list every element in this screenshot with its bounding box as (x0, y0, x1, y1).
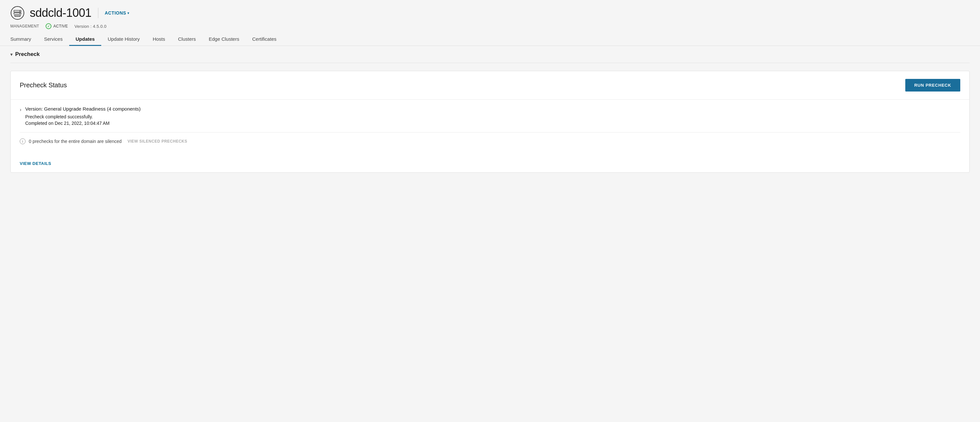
server-icon (10, 6, 25, 20)
actions-button[interactable]: ACTIONS ▾ (105, 10, 129, 16)
svg-point-3 (19, 11, 20, 11)
tab-services[interactable]: Services (38, 33, 69, 46)
upgrade-completed-msg: Completed on Dec 21, 2022, 10:04:47 AM (25, 121, 960, 126)
tab-certificates[interactable]: Certificates (246, 33, 283, 46)
precheck-card: Precheck Status RUN PRECHECK › Version: … (10, 71, 970, 173)
tab-hosts[interactable]: Hosts (146, 33, 172, 46)
collapse-chevron-icon: ▾ (10, 52, 13, 57)
management-label: MANAGEMENT (10, 24, 39, 29)
precheck-section-label: Precheck (15, 51, 40, 57)
precheck-card-header: Precheck Status RUN PRECHECK (11, 71, 969, 99)
tab-update-history[interactable]: Update History (101, 33, 146, 46)
tabs-nav: Summary Services Updates Update History … (0, 33, 980, 46)
precheck-collapse-bar[interactable]: ▾ Precheck (10, 46, 970, 63)
silenced-count-text: 0 prechecks for the entire domain are si… (29, 139, 122, 144)
chevron-down-icon: ▾ (127, 11, 129, 15)
tab-edge-clusters[interactable]: Edge Clusters (202, 33, 245, 46)
expand-row-icon[interactable]: › (20, 107, 21, 112)
tab-clusters[interactable]: Clusters (172, 33, 202, 46)
view-silenced-prechecks-link[interactable]: VIEW SILENCED PRECHECKS (127, 139, 187, 143)
upgrade-info: Version: General Upgrade Readiness (4 co… (25, 106, 960, 126)
active-status-icon: ✓ (46, 23, 51, 29)
precheck-card-body: › Version: General Upgrade Readiness (4 … (11, 99, 969, 153)
upgrade-row: › Version: General Upgrade Readiness (4 … (20, 106, 960, 126)
page-title: sddcld-1001 (30, 6, 92, 20)
tab-updates[interactable]: Updates (69, 33, 101, 46)
upgrade-success-msg: Precheck completed successfully. (25, 114, 960, 119)
version-label: Version : 4.5.0.0 (75, 24, 107, 29)
view-details-link[interactable]: VIEW DETAILS (11, 161, 60, 172)
svg-point-0 (11, 6, 24, 19)
info-icon: i (20, 139, 25, 144)
status-badge: ✓ ACTIVE (46, 23, 68, 29)
svg-point-4 (19, 13, 20, 14)
run-precheck-button[interactable]: RUN PRECHECK (905, 79, 960, 91)
tab-summary[interactable]: Summary (10, 33, 38, 46)
precheck-status-title: Precheck Status (20, 81, 67, 89)
upgrade-title: Version: General Upgrade Readiness (4 co… (25, 106, 960, 111)
silenced-row: i 0 prechecks for the entire domain are … (20, 132, 960, 144)
